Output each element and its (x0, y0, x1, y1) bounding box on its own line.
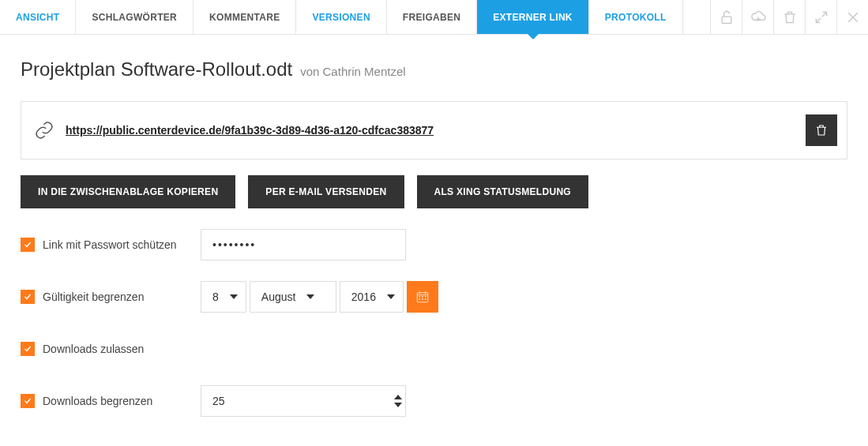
year-select[interactable]: 2016 (340, 281, 404, 313)
password-checkbox[interactable] (21, 238, 35, 252)
external-link-url[interactable]: https://public.centerdevice.de/9fa1b39c-… (66, 124, 795, 137)
cloud-download-icon[interactable] (742, 0, 773, 34)
day-select[interactable]: 8 (201, 281, 246, 313)
validity-checkbox[interactable] (21, 290, 35, 304)
trash-icon[interactable] (773, 0, 805, 34)
allow-downloads-label: Downloads zulassen (43, 343, 201, 355)
link-box: https://public.centerdevice.de/9fa1b39c-… (21, 101, 847, 159)
calendar-icon (415, 290, 430, 304)
allow-downloads-checkbox[interactable] (21, 342, 35, 356)
link-icon (34, 120, 54, 141)
limit-downloads-label: Downloads begrenzen (43, 395, 201, 407)
password-input[interactable] (201, 229, 406, 260)
author-label: von Cathrin Mentzel (300, 65, 405, 78)
xing-status-button[interactable]: ALS XING STATUSMELDUNG (417, 175, 589, 208)
password-label: Link mit Passwort schützen (43, 238, 201, 251)
expand-icon[interactable] (805, 0, 836, 34)
limit-downloads-checkbox[interactable] (21, 394, 35, 408)
copy-clipboard-button[interactable]: IN DIE ZWISCHENABLAGE KOPIEREN (21, 175, 235, 208)
tab-freigaben[interactable]: FREIGABEN (387, 0, 477, 34)
validity-label: Gültigkeit begrenzen (43, 290, 201, 303)
month-select[interactable]: August (250, 281, 336, 313)
tab-kommentare[interactable]: KOMMENTARE (194, 0, 296, 34)
delete-link-button[interactable] (806, 114, 837, 146)
close-icon[interactable] (836, 0, 868, 34)
page-title: Projektplan Software-Rollout.odt (21, 58, 292, 81)
tab-schlagwoerter[interactable]: SCHLAGWÖRTER (76, 0, 194, 34)
spinner-up[interactable] (394, 395, 402, 399)
tab-versionen[interactable]: VERSIONEN (296, 0, 386, 34)
tab-bar: ANSICHT SCHLAGWÖRTER KOMMENTARE VERSIONE… (0, 0, 868, 35)
tab-protokoll[interactable]: PROTOKOLL (589, 0, 683, 34)
tab-externer-link[interactable]: EXTERNER LINK (477, 0, 589, 34)
download-limit-spinner[interactable]: 25 (201, 385, 406, 417)
unlock-icon[interactable] (710, 0, 742, 34)
tab-ansicht[interactable]: ANSICHT (0, 0, 76, 34)
svg-rect-0 (722, 17, 731, 23)
calendar-button[interactable] (407, 281, 438, 313)
trash-icon (814, 123, 829, 137)
send-email-button[interactable]: PER E-MAIL VERSENDEN (248, 175, 404, 208)
spinner-down[interactable] (394, 403, 402, 407)
